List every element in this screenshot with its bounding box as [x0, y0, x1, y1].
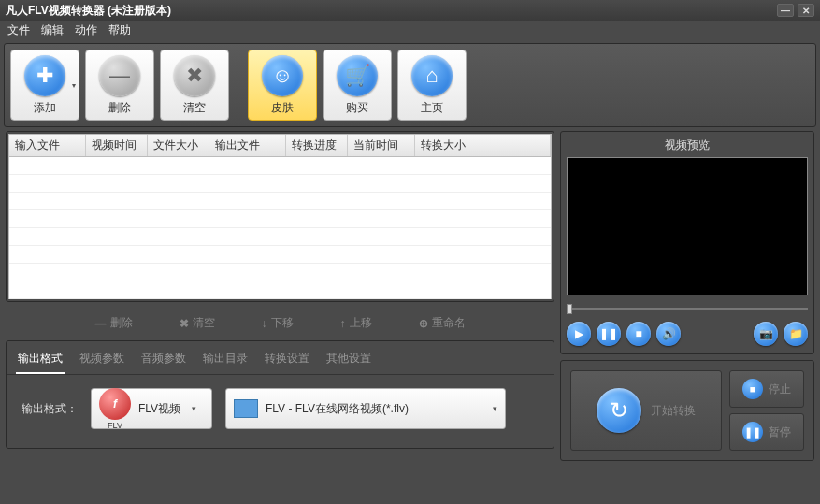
col-progress[interactable]: 转换进度	[286, 135, 348, 156]
stop-convert-button[interactable]: ■ 停止	[729, 370, 804, 408]
minus-icon: —	[99, 55, 140, 96]
menu-help[interactable]: 帮助	[108, 22, 131, 38]
x-icon: ✖	[174, 55, 215, 96]
cart-icon: 🛒	[337, 55, 378, 96]
preview-title: 视频预览	[567, 136, 808, 157]
menu-file[interactable]: 文件	[7, 22, 30, 38]
col-current-time[interactable]: 当前时间	[348, 135, 415, 156]
preview-slider[interactable]	[567, 301, 808, 316]
col-file-size[interactable]: 文件大小	[148, 135, 209, 156]
delete-button[interactable]: — 删除	[85, 50, 154, 121]
settings-tabs: 输出格式 视频参数 音频参数 输出目录 转换设置 其他设置 输出格式： f FL…	[6, 340, 554, 449]
minimize-button[interactable]: —	[777, 4, 794, 17]
tab-convert-settings[interactable]: 转换设置	[263, 347, 311, 374]
col-input-file[interactable]: 输入文件	[9, 135, 86, 156]
chevron-down-icon: ▾	[493, 404, 497, 413]
tab-audio-params[interactable]: 音频参数	[139, 347, 188, 374]
arrow-up-icon: ↑	[340, 317, 346, 330]
start-convert-button[interactable]: ↻ 开始转换	[570, 370, 722, 451]
tab-video-params[interactable]: 视频参数	[78, 347, 126, 374]
buy-button[interactable]: 🛒 购买	[323, 50, 392, 121]
col-output-file[interactable]: 输出文件	[209, 135, 286, 156]
skin-button[interactable]: ☺ 皮肤	[248, 50, 317, 121]
chevron-down-icon[interactable]: ▾	[72, 81, 76, 90]
play-button[interactable]: ▶	[567, 322, 591, 346]
home-icon: ⌂	[411, 55, 453, 96]
tab-body: 输出格式： f FLV FLV视频 ▾ FLV - FLV在线网络视频(*.fl…	[7, 375, 554, 448]
chevron-down-icon: ▾	[192, 404, 196, 413]
titlebar: 凡人FLV视频转换器 (未注册版本) — ✕	[0, 0, 820, 21]
close-button[interactable]: ✕	[798, 4, 814, 17]
rename-icon: ⊕	[419, 317, 428, 330]
list-actions: —删除 ✖清空 ↓下移 ↑上移 ⊕重命名	[6, 308, 554, 335]
action-panel: ↻ 开始转换 ■ 停止 ❚❚ 暂停	[560, 360, 814, 461]
preview-controls: ▶ ❚❚ ■ 🔊 📷 📁	[567, 322, 808, 346]
menu-edit[interactable]: 编辑	[41, 22, 64, 38]
open-folder-button[interactable]: 📁	[784, 322, 808, 346]
flv-icon: f	[99, 388, 131, 420]
file-list-panel: 输入文件 视频时间 文件大小 输出文件 转换进度 当前时间 转换大小	[6, 131, 554, 302]
list-delete-button[interactable]: —删除	[95, 315, 133, 331]
pause-button[interactable]: ❚❚	[597, 322, 621, 346]
format-select[interactable]: f FLV FLV视频 ▾	[91, 388, 212, 429]
stop-button[interactable]: ■	[626, 322, 651, 346]
pause-icon: ❚❚	[742, 422, 763, 442]
preview-panel: 视频预览 ▶ ❚❚ ■ 🔊 📷 📁	[560, 131, 814, 354]
package-icon	[234, 399, 258, 418]
col-output-size[interactable]: 转换大小	[415, 135, 551, 156]
plus-icon: ✚	[24, 55, 65, 96]
tab-other-settings[interactable]: 其他设置	[324, 347, 373, 374]
x-icon: ✖	[180, 317, 189, 330]
profile-select[interactable]: FLV - FLV在线网络视频(*.flv) ▾	[225, 388, 506, 429]
add-button[interactable]: ✚ 添加 ▾	[10, 50, 79, 121]
menu-action[interactable]: 动作	[75, 22, 97, 38]
tab-bar: 输出格式 视频参数 音频参数 输出目录 转换设置 其他设置	[7, 341, 554, 375]
menubar: 文件 编辑 动作 帮助	[0, 21, 820, 39]
stop-icon: ■	[742, 379, 763, 399]
file-list-body[interactable]	[8, 157, 552, 299]
tab-output-dir[interactable]: 输出目录	[201, 347, 250, 374]
arrow-down-icon: ↓	[262, 317, 267, 330]
toolbar: ✚ 添加 ▾ — 删除 ✖ 清空 ☺ 皮肤 🛒 购买 ⌂ 主页	[4, 43, 816, 127]
smile-icon: ☺	[262, 55, 303, 96]
snapshot-button[interactable]: 📷	[754, 322, 778, 346]
tab-output-format[interactable]: 输出格式	[16, 347, 65, 374]
window-title: 凡人FLV视频转换器 (未注册版本)	[6, 3, 171, 19]
col-video-time[interactable]: 视频时间	[86, 135, 148, 156]
clear-button[interactable]: ✖ 清空	[160, 50, 229, 121]
minus-icon: —	[95, 317, 107, 330]
list-rename-button[interactable]: ⊕重命名	[419, 315, 466, 331]
pause-convert-button[interactable]: ❚❚ 暂停	[729, 413, 804, 451]
list-moveup-button[interactable]: ↑上移	[340, 315, 372, 331]
volume-button[interactable]: 🔊	[656, 322, 681, 346]
preview-screen	[567, 157, 808, 295]
convert-icon: ↻	[597, 388, 641, 433]
list-movedown-button[interactable]: ↓下移	[262, 315, 294, 331]
home-button[interactable]: ⌂ 主页	[397, 50, 467, 121]
file-list-header: 输入文件 视频时间 文件大小 输出文件 转换进度 当前时间 转换大小	[8, 134, 552, 157]
list-clear-button[interactable]: ✖清空	[180, 315, 215, 331]
output-format-label: 输出格式：	[22, 401, 78, 417]
